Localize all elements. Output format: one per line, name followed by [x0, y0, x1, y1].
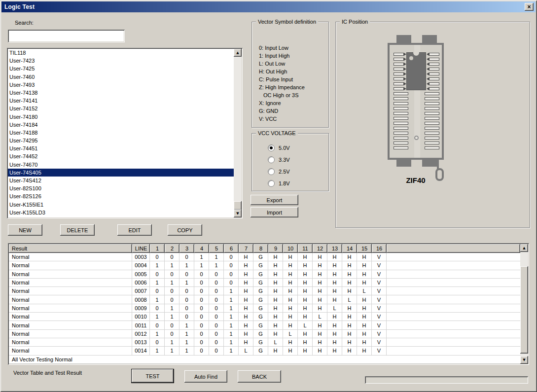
table-cell	[387, 261, 520, 270]
table-cell	[387, 287, 520, 295]
list-item[interactable]: User-K155IE1	[8, 201, 234, 209]
zif-slot-right	[425, 122, 439, 125]
table-row[interactable]: Normal0013011001HGLHHHHHHV	[9, 338, 520, 347]
scrollbar-thumb[interactable]	[234, 201, 242, 210]
copy-button[interactable]: COPY	[168, 224, 202, 236]
table-row[interactable]: Normal0014111001LGHHHHHHHV	[9, 347, 520, 355]
vcc-option[interactable]: 2.5V	[268, 166, 290, 178]
list-item[interactable]: User-82S126	[8, 192, 234, 200]
vcc-option[interactable]: 5.0V	[268, 142, 290, 154]
radio-button-icon[interactable]	[268, 156, 275, 163]
list-item[interactable]: User-K155LD3	[8, 209, 234, 216]
test-button[interactable]: TEST	[131, 369, 174, 383]
zif-socket-label: ZIF40	[388, 176, 444, 184]
scroll-up-button[interactable]: ▲	[520, 244, 528, 252]
list-item[interactable]: User-7425	[8, 65, 234, 72]
radio-button-icon[interactable]	[268, 168, 275, 175]
radio-button-icon[interactable]	[268, 144, 275, 151]
table-cell: G	[253, 270, 268, 279]
table-cell: H	[357, 321, 372, 329]
list-item[interactable]: User-74184	[8, 121, 234, 129]
list-item[interactable]: User-7423	[8, 57, 234, 65]
table-row[interactable]: Normal0012101001HGHLHHHHHV	[9, 330, 520, 338]
table-cell: 1	[224, 347, 239, 355]
list-item[interactable]: User-74141	[8, 97, 234, 105]
zif-slot-right	[429, 82, 439, 85]
list-item[interactable]: User-74152	[8, 105, 234, 112]
zif-slot-right	[425, 137, 439, 140]
list-item[interactable]: User-74451	[8, 144, 234, 152]
list-item[interactable]: User-7493	[8, 81, 234, 89]
table-cell: H	[268, 253, 283, 261]
auto-find-button[interactable]: Auto Find	[184, 370, 227, 383]
table-header-cell: 11	[298, 244, 313, 253]
table-row[interactable]: Normal0005000000HGHHHHHHHV	[9, 270, 520, 279]
table-cell: 0	[165, 330, 179, 338]
table-row[interactable]: Normal0004111110HGHHHHHHHV	[9, 261, 520, 270]
device-listbox[interactable]: TIL118User-7423User-7425User-7460User-74…	[7, 48, 243, 218]
table-cell: Normal	[9, 330, 132, 338]
export-button[interactable]: Export	[251, 195, 298, 205]
radio-button-icon[interactable]	[268, 180, 275, 187]
table-header-cell: Result	[9, 244, 132, 253]
list-item[interactable]: User-74180	[8, 113, 234, 121]
scrollbar-thumb[interactable]	[520, 266, 528, 354]
import-button[interactable]: Import	[251, 207, 298, 217]
table-cell: 0	[209, 347, 224, 355]
table-cell: 0011	[132, 321, 150, 329]
table-cell: H	[342, 347, 357, 355]
new-button[interactable]: NEW	[8, 224, 42, 236]
vcc-option[interactable]: 1.8V	[268, 178, 290, 189]
table-cell: 1	[209, 253, 224, 261]
list-item[interactable]: User-74188	[8, 129, 234, 137]
search-input[interactable]	[8, 30, 125, 42]
table-cell: G	[253, 330, 268, 338]
table-cell: V	[372, 347, 387, 355]
scroll-down-button[interactable]: ▼	[234, 210, 242, 217]
table-cell: 0	[209, 295, 224, 304]
scroll-down-button[interactable]: ▼	[520, 356, 528, 364]
close-button[interactable]: ×	[525, 3, 534, 11]
list-item[interactable]: TIL118	[8, 49, 234, 57]
table-cell: H	[298, 347, 313, 355]
table-row[interactable]: Normal0010110001HGHHHLHHHV	[9, 313, 520, 321]
table-cell	[387, 321, 520, 329]
vcc-option[interactable]: 3.3V	[268, 154, 290, 166]
list-item[interactable]: User-7460	[8, 73, 234, 81]
pin-arrow-icon	[427, 53, 429, 56]
table-cell: 0	[165, 253, 179, 261]
list-item[interactable]: User-74452	[8, 152, 234, 160]
table-row[interactable]: Normal0003000110HGHHHHHHHV	[9, 253, 520, 261]
table-cell: 1	[150, 279, 165, 287]
delete-button[interactable]: DELETE	[60, 224, 95, 236]
table-row[interactable]: Normal0006111000HGHHHHHHHV	[9, 279, 520, 287]
table-cell: V	[372, 313, 387, 321]
table-cell: V	[372, 295, 387, 304]
table-cell: H	[298, 279, 313, 287]
table-cell: H	[327, 313, 342, 321]
table-row[interactable]: Normal0008100001HGHHHHHLHV	[9, 295, 520, 304]
table-cell: H	[283, 347, 298, 355]
edit-button[interactable]: EDIT	[117, 224, 152, 236]
back-button[interactable]: BACK	[238, 370, 281, 383]
zif-slot-right	[425, 142, 439, 144]
titlebar[interactable]: Logic Test ×	[1, 1, 536, 12]
progress-bar	[365, 376, 528, 384]
device-list-scrollbar[interactable]: ▲ ▼	[234, 49, 242, 217]
table-cell: H	[239, 287, 253, 295]
list-item[interactable]: User-74S412	[8, 177, 234, 184]
list-item[interactable]: User-74295	[8, 137, 234, 144]
table-row[interactable]: Normal0011001001HGHHLHHHHV	[9, 321, 520, 329]
list-item[interactable]: User-74670	[8, 161, 234, 169]
list-item[interactable]: User-82S100	[8, 184, 234, 192]
list-item[interactable]: User-74S405	[8, 169, 234, 177]
table-cell: H	[313, 295, 327, 304]
scroll-up-button[interactable]: ▲	[234, 49, 242, 57]
table-cell: H	[283, 338, 298, 347]
table-scrollbar[interactable]: ▲ ▼	[520, 244, 528, 364]
list-item[interactable]: User-74138	[8, 89, 234, 97]
table-row[interactable]: Normal0007000001HGHHHHHHLV	[9, 287, 520, 295]
zif-slot-left	[394, 87, 404, 90]
table-cell: H	[342, 287, 357, 295]
table-row[interactable]: Normal0009010001HGHHHHLHHV	[9, 304, 520, 313]
